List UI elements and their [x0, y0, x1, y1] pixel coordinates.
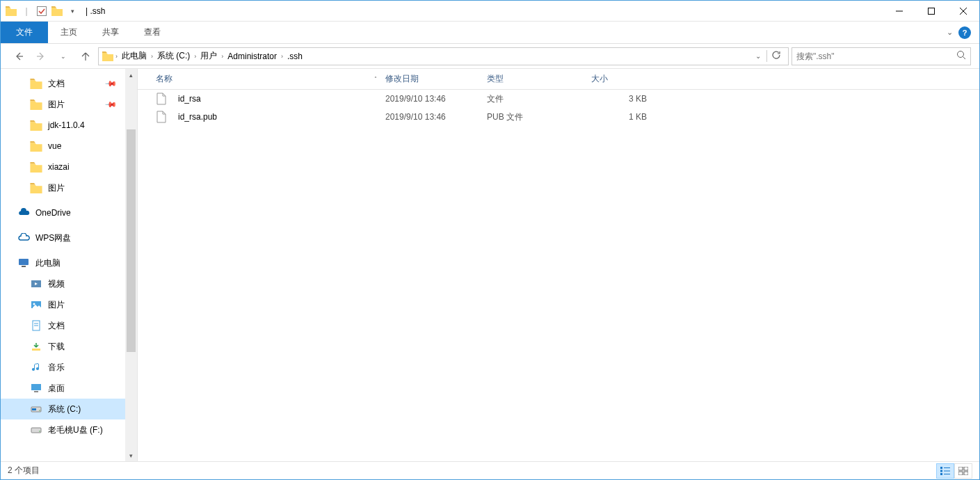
svg-rect-30 — [944, 474, 950, 474]
sidebar-item-thispc[interactable]: 此电脑 — [1, 253, 125, 273]
svg-rect-0 — [38, 6, 47, 15]
address-bar[interactable]: › 此电脑 › 系统 (C:) › 用户 › Administrator › .… — [98, 47, 789, 65]
sidebar-scrollbar[interactable]: ▴ ▾ — [125, 69, 137, 461]
qat-separator-icon: | — [19, 3, 34, 19]
usb-icon — [30, 424, 42, 436]
navigation-pane: 文档📌图片📌jdk-11.0.4vuexiazai图片OneDriveWPS网盘… — [1, 69, 138, 461]
sidebar-item-label: xiazai — [48, 162, 70, 172]
file-size: 1 KB — [587, 112, 651, 122]
computer-icon — [17, 257, 30, 269]
scroll-thumb[interactable] — [127, 129, 136, 352]
breadcrumb-item[interactable]: 系统 (C:) — [154, 49, 193, 64]
maximize-button[interactable] — [915, 1, 947, 22]
tab-file[interactable]: 文件 — [1, 22, 48, 43]
file-icon — [156, 110, 167, 124]
chevron-right-icon[interactable]: › — [281, 53, 283, 60]
docs-icon — [30, 319, 42, 332]
col-size[interactable]: 大小 — [587, 73, 651, 85]
up-button[interactable] — [76, 47, 95, 66]
sidebar-item-label: 图片 — [48, 182, 65, 194]
new-folder-icon[interactable] — [49, 3, 65, 19]
address-dropdown-icon[interactable]: ⌄ — [751, 52, 765, 60]
sidebar-item-pc[interactable]: 老毛桃U盘 (F:) — [1, 419, 125, 440]
svg-rect-2 — [929, 8, 935, 14]
sidebar-item-pc[interactable]: 文档 — [1, 315, 125, 336]
scroll-track[interactable] — [125, 81, 137, 449]
tab-home[interactable]: 主页 — [48, 22, 90, 43]
sidebar-item-pc[interactable]: 下载 — [1, 336, 125, 357]
file-list: id_rsa2019/9/10 13:46文件3 KBid_rsa.pub201… — [138, 90, 979, 461]
sidebar-item-label: 文档 — [48, 320, 65, 332]
close-button[interactable] — [947, 1, 979, 22]
back-button[interactable] — [9, 47, 29, 66]
desktop-icon — [30, 382, 42, 394]
svg-rect-33 — [958, 472, 963, 475]
breadcrumb-label: 此电脑 — [122, 50, 147, 62]
onedrive-icon — [17, 207, 30, 219]
sidebar-item-quick[interactable]: jdk-11.0.4 — [1, 115, 125, 136]
folder-icon — [3, 3, 19, 19]
sidebar-item-quick[interactable]: vue — [1, 136, 125, 157]
breadcrumb-label: 用户 — [200, 50, 217, 62]
refresh-button[interactable] — [766, 50, 785, 62]
recent-dropdown-icon[interactable]: ⌄ — [54, 47, 73, 66]
breadcrumb-item[interactable]: Administrator — [225, 49, 280, 64]
breadcrumb-item[interactable]: .ssh — [284, 49, 305, 64]
sidebar-item-pc[interactable]: 视频 — [1, 273, 125, 294]
svg-rect-10 — [22, 266, 26, 267]
search-box[interactable] — [792, 47, 971, 65]
chevron-right-icon[interactable]: › — [151, 53, 153, 60]
breadcrumb-item[interactable]: 此电脑 — [119, 49, 150, 64]
ribbon-expand-icon[interactable]: ⌄ — [947, 28, 953, 37]
sidebar-item-label: 桌面 — [48, 383, 65, 394]
folder-icon — [30, 77, 42, 90]
properties-checkbox-icon[interactable] — [34, 3, 49, 19]
sidebar-item-label: 系统 (C:) — [48, 403, 81, 415]
sidebar-item-pc[interactable]: 图片 — [1, 294, 125, 315]
chevron-right-icon[interactable]: › — [194, 53, 196, 60]
details-view-button[interactable] — [936, 463, 954, 479]
sidebar-item-pc[interactable]: 音乐 — [1, 357, 125, 378]
pin-icon: 📌 — [104, 77, 117, 90]
sidebar-item-quick[interactable]: 图片📌 — [1, 94, 125, 115]
col-type[interactable]: 类型 — [483, 73, 587, 85]
sidebar-item-wps[interactable]: WPS网盘 — [1, 227, 125, 248]
sidebar-item-label: jdk-11.0.4 — [48, 120, 85, 130]
scroll-up-icon[interactable]: ▴ — [125, 69, 137, 81]
minimize-button[interactable] — [883, 1, 915, 22]
breadcrumb-label: .ssh — [287, 51, 303, 61]
sidebar-item-label: 音乐 — [48, 362, 65, 374]
quick-access-toolbar: | ▾ — [1, 3, 83, 19]
file-row[interactable]: id_rsa.pub2019/9/10 13:46PUB 文件1 KB — [138, 108, 979, 126]
svg-rect-34 — [964, 472, 968, 475]
col-label: 名称 — [156, 73, 172, 85]
breadcrumb-item[interactable]: 用户 — [198, 49, 220, 64]
file-date: 2019/9/10 13:46 — [381, 112, 483, 122]
col-name[interactable]: 名称˄ — [152, 73, 381, 85]
file-row[interactable]: id_rsa2019/9/10 13:46文件3 KB — [138, 90, 979, 108]
help-icon[interactable]: ? — [958, 26, 971, 39]
sidebar-item-quick[interactable]: 文档📌 — [1, 73, 125, 94]
breadcrumb-label: 系统 (C:) — [157, 50, 190, 62]
svg-rect-31 — [958, 467, 963, 470]
forward-button[interactable] — [31, 47, 51, 66]
sidebar-item-quick[interactable]: xiazai — [1, 157, 125, 177]
col-date[interactable]: 修改日期 — [381, 73, 483, 85]
search-icon[interactable] — [956, 50, 966, 62]
sidebar-item-pc[interactable]: 系统 (C:) — [1, 399, 125, 419]
sidebar-item-onedrive[interactable]: OneDrive — [1, 202, 125, 223]
sidebar-item-pc[interactable]: 桌面 — [1, 378, 125, 399]
tab-view[interactable]: 查看 — [131, 22, 173, 43]
sidebar-item-quick[interactable]: 图片 — [1, 177, 125, 198]
scroll-down-icon[interactable]: ▾ — [125, 449, 137, 461]
tab-share[interactable]: 共享 — [90, 22, 131, 43]
svg-rect-27 — [940, 470, 942, 472]
file-name: id_rsa — [178, 94, 201, 104]
thumbnails-view-button[interactable] — [954, 463, 972, 479]
chevron-right-icon[interactable]: › — [221, 53, 223, 60]
pin-icon: 📌 — [104, 97, 117, 111]
qat-dropdown-icon[interactable]: ▾ — [65, 3, 80, 19]
folder-icon — [102, 50, 114, 63]
search-input[interactable] — [796, 51, 956, 61]
chevron-right-icon[interactable]: › — [115, 53, 118, 60]
